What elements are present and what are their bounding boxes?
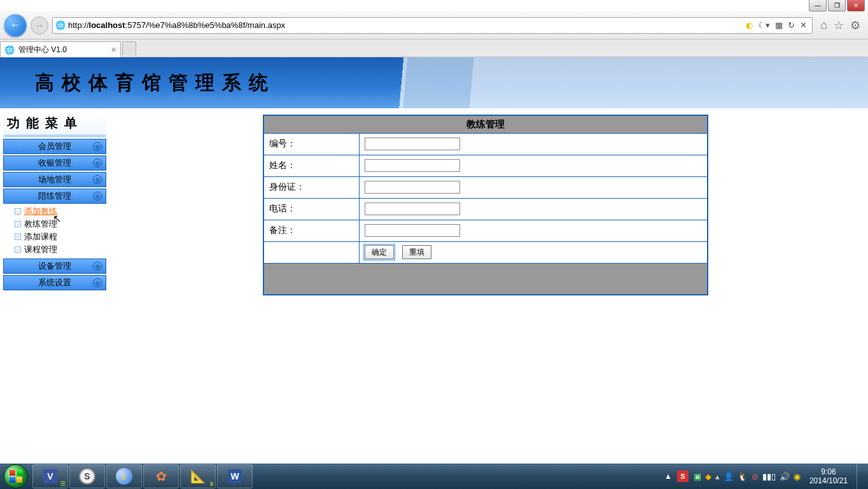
label-phone: 电话： xyxy=(263,198,359,220)
app-icon: ✿ xyxy=(156,469,167,484)
tray-icon[interactable]: ▣ xyxy=(694,472,701,481)
new-tab-button[interactable] xyxy=(122,41,136,55)
tab-title: 管理中心 V1.0 xyxy=(18,45,67,55)
banner-title: 高校体育馆管理系统 xyxy=(35,70,276,96)
submenu-course-manage[interactable]: ▫课程管理 xyxy=(15,243,106,256)
reset-button[interactable]: 重填 xyxy=(402,245,431,259)
bullet-icon: ▫ xyxy=(15,234,21,240)
compat-icon[interactable]: ◐ xyxy=(746,20,753,30)
tray-icon[interactable]: ◉ xyxy=(794,472,801,481)
tab-strip: 🌐 管理中心 V1.0 ✕ xyxy=(0,39,868,57)
sidebar-item-label: 会员管理 xyxy=(38,141,71,152)
refresh-icon[interactable]: ↻ xyxy=(788,20,795,30)
task-browser[interactable]: S xyxy=(69,464,105,488)
task-items: V☰ S e ✿ 📐9 W xyxy=(32,464,253,489)
submenu-coach-manage[interactable]: ▫教练管理 xyxy=(15,218,106,230)
task-word[interactable]: W xyxy=(217,464,253,488)
sidebar-item-label: 系统设置 xyxy=(38,277,71,288)
address-bar[interactable]: 🌐 http://localhost:5757/%e7%a8%8b%e5%ba%… xyxy=(52,17,813,34)
minimize-button[interactable]: — xyxy=(809,0,827,11)
url-host: localhost xyxy=(89,20,125,30)
tray-icon[interactable]: 👤 xyxy=(724,472,734,481)
banner: 高校体育馆管理系统 xyxy=(0,57,868,108)
sidebar-item-venue[interactable]: 场地管理⊕ xyxy=(3,172,106,187)
clock[interactable]: 9:06 2014/10/21 xyxy=(806,467,851,486)
input-remark[interactable] xyxy=(365,224,460,237)
tab-active[interactable]: 🌐 管理中心 V1.0 ✕ xyxy=(0,41,121,57)
start-button[interactable] xyxy=(4,464,28,488)
network-icon[interactable]: ▮▮▯ xyxy=(762,472,776,481)
word-icon: W xyxy=(228,469,242,483)
gear-icon[interactable]: ⚙ xyxy=(850,18,860,32)
expand-icon: ⊕ xyxy=(93,175,102,184)
stop-icon[interactable]: ✕ xyxy=(800,20,807,30)
input-id[interactable] xyxy=(365,138,460,150)
task-app1[interactable]: ✿ xyxy=(143,464,179,488)
favorites-icon[interactable]: ☆ xyxy=(834,18,844,32)
tray-icon[interactable]: 🐧 xyxy=(738,472,748,481)
time-text: 9:06 xyxy=(809,467,848,476)
sidebar-item-label: 场地管理 xyxy=(38,174,71,185)
submenu-add-course[interactable]: ▫添加课程 xyxy=(15,230,106,243)
label-name: 姓名： xyxy=(263,155,359,176)
feed-icon[interactable]: ▦ xyxy=(775,20,783,30)
label-id: 编号： xyxy=(263,133,359,155)
maximize-button[interactable]: ❐ xyxy=(828,0,846,11)
task-ie[interactable]: e xyxy=(106,464,142,488)
home-icon[interactable]: ⌂ xyxy=(820,18,827,32)
compat-dropdown-icon[interactable]: ☾▾ xyxy=(758,20,770,30)
bullet-icon: ▫ xyxy=(15,246,21,253)
expand-icon: ⊕ xyxy=(93,142,102,151)
sidebar-item-label: 陪练管理 xyxy=(38,190,71,202)
sidebar-item-coach[interactable]: 陪练管理⊕ xyxy=(3,188,106,204)
content-wrap: 功能菜单 会员管理⊕ 收银管理⊕ 场地管理⊕ 陪练管理⊕ ▫添加教练 ▫教练管理… xyxy=(0,108,868,464)
submenu: ▫添加教练 ▫教练管理 ▫添加课程 ▫课程管理 xyxy=(3,204,106,257)
browser-toolbar: ← → 🌐 http://localhost:5757/%e7%a8%8b%e5… xyxy=(0,11,868,39)
ie-icon: e xyxy=(116,468,132,485)
url-protocol: http:// xyxy=(68,20,89,30)
show-desktop-button[interactable] xyxy=(857,464,865,489)
forward-button[interactable]: → xyxy=(31,17,48,34)
app-icon: 📐 xyxy=(190,469,206,484)
tray-icon[interactable]: ▴ xyxy=(715,472,720,481)
submenu-label: 教练管理 xyxy=(24,218,57,230)
visio-icon: V xyxy=(43,469,57,483)
banner-decoration xyxy=(359,57,868,108)
submenu-add-coach[interactable]: ▫添加教练 xyxy=(15,205,106,218)
submit-button[interactable]: 确定 xyxy=(365,245,394,259)
tray-icon[interactable]: ⊘ xyxy=(752,472,759,481)
tray-expand-icon[interactable]: ▲ xyxy=(664,472,672,481)
ime-indicator[interactable]: S xyxy=(677,471,689,482)
page-content: 高校体育馆管理系统 功能菜单 会员管理⊕ 收银管理⊕ 场地管理⊕ 陪练管理⊕ ▫… xyxy=(0,57,868,464)
url-path: :5757/%e7%a8%8b%e5%ba%8f/main.aspx xyxy=(125,20,286,30)
window-controls: — ❐ ✕ xyxy=(809,0,865,13)
sidebar-title: 功能菜单 xyxy=(3,112,106,134)
expand-icon: ⊕ xyxy=(93,262,102,271)
system-tray: ▲ S ▣ ◆ ▴ 👤 🐧 ⊘ ▮▮▯ 🔊 ◉ 9:06 2014/10/21 xyxy=(662,464,868,489)
main-area: 教练管理 编号： 姓名： 身份证： 电话： 备注： 确定 重填 xyxy=(109,108,868,464)
sidebar-item-cashier[interactable]: 收银管理⊕ xyxy=(3,155,106,171)
sidebar: 功能菜单 会员管理⊕ 收银管理⊕ 场地管理⊕ 陪练管理⊕ ▫添加教练 ▫教练管理… xyxy=(0,108,109,464)
sidebar-item-equipment[interactable]: 设备管理⊕ xyxy=(3,259,106,274)
input-phone[interactable] xyxy=(365,202,460,215)
sidebar-item-members[interactable]: 会员管理⊕ xyxy=(3,139,106,154)
tray-icon[interactable]: ◆ xyxy=(705,472,711,481)
back-button[interactable]: ← xyxy=(4,14,27,37)
url-text: http://localhost:5757/%e7%a8%8b%e5%ba%8f… xyxy=(68,20,741,30)
form-footer-row xyxy=(263,263,708,295)
task-app2[interactable]: 📐9 xyxy=(180,464,216,488)
sidebar-item-settings[interactable]: 系统设置⊕ xyxy=(3,275,106,290)
volume-icon[interactable]: 🔊 xyxy=(780,472,790,481)
coach-form-table: 教练管理 编号： 姓名： 身份证： 电话： 备注： 确定 重填 xyxy=(263,115,708,295)
table-row: 姓名： xyxy=(263,155,708,176)
tab-close-icon[interactable]: ✕ xyxy=(111,46,116,54)
sidebar-item-label: 收银管理 xyxy=(38,157,71,169)
close-button[interactable]: ✕ xyxy=(847,0,865,11)
tab-favicon-icon: 🌐 xyxy=(4,45,15,55)
browser-icon: S xyxy=(79,468,95,485)
input-name[interactable] xyxy=(365,159,460,172)
input-idcard[interactable] xyxy=(365,181,460,194)
submenu-label: 添加课程 xyxy=(24,231,57,243)
sidebar-divider xyxy=(3,134,106,137)
task-visio[interactable]: V☰ xyxy=(32,464,68,488)
